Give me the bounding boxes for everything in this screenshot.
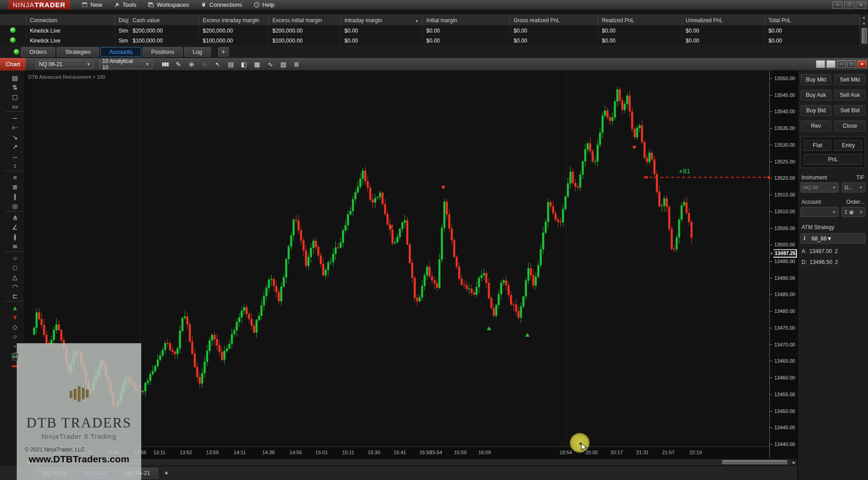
triangle-tool[interactable]: △ [6, 273, 24, 282]
arrow-down-marker-tool[interactable]: ▼ [6, 313, 24, 322]
chart-maximize-icon[interactable]: □ [847, 60, 856, 68]
menu-item-new[interactable]: New [82, 1, 102, 8]
horizontal-ray-tool[interactable]: ⊢ [6, 123, 24, 133]
tab-log[interactable]: Log [184, 47, 211, 57]
interval-select[interactable]: 10 Analytical 10▼ [99, 60, 153, 69]
buy-ask-button[interactable]: Buy Ask [801, 90, 831, 101]
link-button-2[interactable] [826, 60, 835, 68]
properties-icon[interactable]: ≣ [291, 59, 302, 69]
maximize-icon[interactable]: □ [844, 1, 854, 9]
column-header-Connection[interactable]: Connection [26, 15, 115, 25]
rectangle-tool[interactable]: □ [6, 263, 24, 273]
column-header-Total PnL[interactable]: Total PnL [765, 15, 860, 25]
buy-bid-button[interactable]: Buy Bid [801, 105, 831, 116]
cursor-updown-tool[interactable]: ⇅ [6, 83, 24, 92]
drawing-tools-icon[interactable]: ✎ [173, 59, 184, 69]
fib-extension-tool[interactable]: ≣ [6, 182, 24, 192]
hscrollbar-thumb[interactable] [722, 460, 787, 464]
column-header-Initial margin[interactable]: Initial margin [423, 15, 510, 25]
pointer-icon[interactable]: ↖ [212, 59, 223, 69]
pitchfork-tool[interactable]: ⋔ [6, 213, 24, 223]
arrow-up-marker-tool[interactable]: ▲ [6, 303, 24, 313]
info-icon[interactable]: i [804, 235, 805, 242]
regions-icon[interactable]: ▦ [252, 59, 262, 69]
ray-tool[interactable]: ↗ [6, 142, 24, 152]
rev-button[interactable]: Rev [801, 120, 831, 131]
trash-icon[interactable] [10, 351, 19, 363]
account-select[interactable]: ▼ [801, 207, 839, 217]
column-header-Disp[interactable]: Disp [115, 15, 129, 25]
fib-retracement-tool[interactable]: ≡ [6, 173, 24, 182]
instrument-field-select[interactable]: NQ 06▼ [801, 182, 839, 192]
column-header-status[interactable] [0, 15, 26, 25]
close-icon[interactable]: × [856, 1, 866, 9]
chart-style-icon[interactable]: ▮▮▮ [160, 59, 171, 69]
measure-tool[interactable]: ⊏ [6, 292, 24, 301]
stepper-arrows-icon[interactable]: ⇅ [858, 210, 863, 214]
flat-button[interactable]: Flat [804, 140, 831, 151]
sell-bid-button[interactable]: Sell Bid [835, 105, 865, 116]
menu-item-tools[interactable]: Tools [114, 1, 136, 8]
close-button[interactable]: Close [835, 120, 865, 131]
atm-strategy-select[interactable]: i 68_68 ▼ [801, 233, 865, 244]
ruler-tool[interactable]: ▤ [6, 73, 24, 83]
ellipse-tool[interactable]: ○ [6, 254, 24, 263]
fib-circle-tool[interactable]: ◎ [6, 202, 24, 211]
buy-mkt-button[interactable]: Buy Mkt [801, 74, 831, 85]
select-tool[interactable]: ▢ [6, 92, 24, 102]
hatch-lines-tool[interactable]: ≋ [6, 242, 24, 251]
sell-ask-button[interactable]: Sell Ask [835, 90, 865, 101]
chart-minimize-icon[interactable]: ─ [837, 60, 846, 68]
link-button-1[interactable] [816, 60, 825, 68]
menu-item-help[interactable]: ?Help [254, 1, 275, 8]
zoom-out-icon[interactable]: ⊖ [199, 59, 210, 69]
pnl-button[interactable]: PnL [804, 154, 862, 165]
chart-close-icon[interactable]: × [858, 60, 867, 68]
add-tab-button[interactable]: + [218, 47, 229, 57]
order-qty-stepper[interactable]: 1 ▦ ⇅ [842, 207, 865, 217]
indicators-icon[interactable]: ∿ [265, 59, 276, 69]
scroll-right-icon[interactable]: ▶ [791, 460, 797, 465]
sell-mkt-button[interactable]: Sell Mkt [835, 74, 865, 85]
fib-time-tool[interactable]: ∥ [6, 192, 24, 202]
add-chart-tab-button[interactable]: + [162, 468, 172, 478]
minimize-icon[interactable]: ─ [832, 1, 843, 9]
column-header-Unrealized PnL[interactable]: Unrealized PnL [682, 15, 765, 25]
arc-tool[interactable]: ◠ [6, 282, 24, 292]
entry-button[interactable]: Entry [835, 140, 862, 151]
diamond-marker-tool[interactable]: ◇ [6, 322, 24, 332]
table-row[interactable]: Kinetick LiveSim$100,000.00$100,000.00$1… [0, 36, 860, 46]
column-header-Gross realized PnL[interactable]: Gross realized PnL [510, 15, 598, 25]
tab-positions[interactable]: Positions [143, 47, 183, 57]
parallel-channel-tool[interactable]: ∦ [6, 232, 24, 242]
extended-line-tool[interactable]: ↔ [6, 152, 24, 161]
horizontal-line-tool[interactable]: ─ [6, 114, 24, 123]
tif-select[interactable]: G...▼ [842, 182, 865, 192]
table-row[interactable]: Kinetick LiveSim$200,000.00$200,000.00$2… [0, 26, 860, 36]
column-header-Realized PnL[interactable]: Realized PnL [598, 15, 682, 25]
scroll-down-icon[interactable]: ▼ [860, 21, 868, 27]
scrollbar-thumb[interactable] [862, 28, 867, 43]
trend-channel-tool[interactable]: ∠ [6, 223, 24, 232]
vertical-range-tool[interactable]: ↕ [6, 161, 24, 171]
dot-marker-tool[interactable]: ○ [6, 332, 24, 341]
column-header-Excess initial margin[interactable]: Excess initial margin [269, 15, 341, 25]
column-header-Excess intraday margin[interactable]: Excess intraday margin [199, 15, 269, 25]
hscrollbar-track[interactable] [32, 460, 791, 465]
tab-strategies[interactable]: Strategies [57, 47, 99, 57]
arrow-line-tool[interactable]: ↘ [6, 133, 24, 142]
menu-item-connections[interactable]: Connections [201, 1, 242, 8]
scroll-up-icon[interactable]: ▲ [860, 14, 868, 21]
instrument-select[interactable]: NQ 06-21▼ [36, 60, 94, 69]
strategies-icon[interactable]: ▧ [278, 59, 289, 69]
menu-item-workspaces[interactable]: Workspaces [148, 1, 189, 8]
calculator-icon[interactable]: ▦ [849, 210, 853, 215]
data-box-icon[interactable]: ▤ [225, 59, 236, 69]
tab-accounts[interactable]: Accounts [100, 47, 141, 57]
region-select-tool[interactable]: ▭ [6, 102, 24, 111]
column-header-Cash value[interactable]: Cash value [129, 15, 199, 25]
zoom-in-icon[interactable]: ⊕ [186, 59, 197, 69]
column-header-Intraday margin[interactable]: Intraday margin▲ [341, 15, 423, 25]
tab-orders[interactable]: Orders [21, 47, 55, 57]
chart-trader-icon[interactable]: ◧ [238, 59, 249, 69]
